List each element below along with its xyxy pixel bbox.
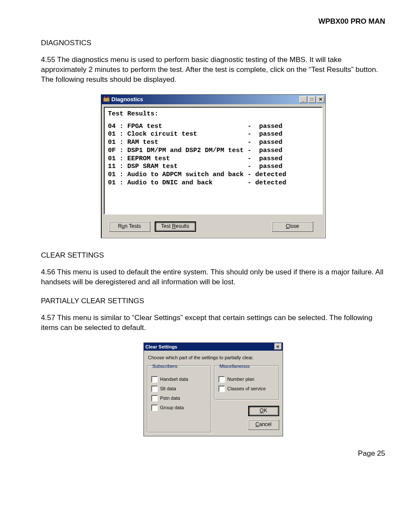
checkbox-label: Pstn data <box>160 395 180 401</box>
test-result-line: 01 : Audio to DNIC and back - detected <box>108 179 286 187</box>
section-heading-clear: CLEAR SETTINGS <box>41 251 385 260</box>
checkbox-label: Classes of service <box>227 386 266 391</box>
diagnostics-window: Diagnostics _ □ ✕ Test Results:04 : FPGA… <box>101 94 326 238</box>
svg-rect-0 <box>103 98 109 102</box>
checkbox-label: Handset data <box>160 376 188 382</box>
checkbox-icon <box>218 376 225 383</box>
window-title: Diagnostics <box>112 96 299 103</box>
app-icon <box>103 96 110 103</box>
checkbox-icon <box>218 386 225 392</box>
instruction-text: Choose which part of the settings to par… <box>148 355 279 360</box>
svg-rect-1 <box>104 96 105 98</box>
ok-button[interactable]: OK <box>248 406 279 416</box>
group-legend-miscellaneous: Miscellaneous <box>218 364 251 369</box>
paragraph-4-56: 4.56 This menu is used to default the en… <box>41 268 385 287</box>
clear-settings-window: Clear Settings ✕ Choose which part of th… <box>143 342 283 436</box>
maximize-button[interactable]: □ <box>308 96 316 103</box>
test-results-button[interactable]: Test Results <box>155 221 196 232</box>
diagnostics-button-row: Run Tests Test Results Close <box>101 217 325 238</box>
titlebar: Diagnostics _ □ ✕ <box>101 95 325 104</box>
checkbox-icon <box>151 404 158 411</box>
test-result-line: 04 : FPGA test - passed <box>108 123 283 130</box>
miscellaneous-group: Miscellaneous Number plan Classes of ser… <box>215 364 279 400</box>
checkbox-pstn-data[interactable]: Pstn data <box>151 395 207 401</box>
test-result-line: 01 : RAM test - passed <box>108 139 283 146</box>
checkbox-group-data[interactable]: Group data <box>151 404 207 411</box>
document-header: WPBX00 PRO MAN <box>41 17 385 26</box>
page-number: Page 25 <box>41 449 385 458</box>
checkbox-label: Slt data <box>160 386 176 391</box>
checkbox-classes-of-service[interactable]: Classes of service <box>218 386 275 392</box>
minimize-button[interactable]: _ <box>299 96 307 103</box>
test-results-title: Test Results: <box>108 110 318 118</box>
test-result-line: 11 : DSP SRAM test - passed <box>108 163 283 170</box>
checkbox-slt-data[interactable]: Slt data <box>151 386 207 392</box>
close-button[interactable]: ✕ <box>274 343 282 350</box>
subscribers-group: Subscribers Handset data Slt data Pstn d… <box>147 364 211 432</box>
run-tests-button[interactable]: Run Tests <box>109 221 150 232</box>
close-dialog-button[interactable]: Close <box>272 221 313 232</box>
paragraph-4-55: 4.55 The diagnostics menu is used to per… <box>41 55 385 85</box>
section-heading-partial-clear: PARTIALLY CLEAR SETTINGS <box>41 297 385 305</box>
test-result-line: 0F : DSP1 DM/PM and DSP2 DM/PM test - pa… <box>108 147 283 154</box>
checkbox-label: Group data <box>160 405 184 410</box>
test-result-line: 01 : Audio to ADPCM switch and back - de… <box>108 171 286 178</box>
checkbox-label: Number plan <box>227 376 255 382</box>
titlebar: Clear Settings ✕ <box>144 343 283 351</box>
checkbox-handset-data[interactable]: Handset data <box>151 376 207 383</box>
svg-rect-2 <box>108 96 109 98</box>
checkbox-icon <box>151 386 158 392</box>
test-result-line: 01 : EEPROM test - passed <box>108 155 283 162</box>
checkbox-icon <box>151 395 158 401</box>
test-results-box: Test Results:04 : FPGA test - passed 01 … <box>104 107 323 215</box>
paragraph-4-57: 4.57 This menu is similar to “Clear Sett… <box>41 313 385 333</box>
checkbox-number-plan[interactable]: Number plan <box>218 376 275 383</box>
section-heading-diagnostics: DIAGNOSTICS <box>41 39 385 47</box>
group-legend-subscribers: Subscribers <box>151 364 179 369</box>
test-result-line: 01 : Clock circuit test - passed <box>108 131 283 138</box>
close-button[interactable]: ✕ <box>317 96 324 103</box>
checkbox-icon <box>151 376 158 383</box>
window-title: Clear Settings <box>146 344 274 349</box>
cancel-button[interactable]: Cancel <box>248 420 279 430</box>
